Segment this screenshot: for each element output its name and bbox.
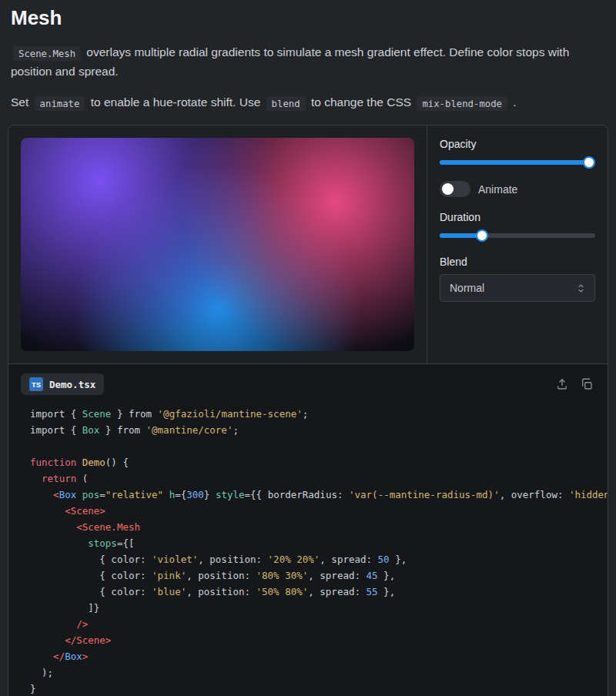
switch-knob <box>442 183 454 195</box>
mesh-preview <box>21 138 414 351</box>
slider-thumb[interactable] <box>583 156 595 169</box>
intro-paragraph-2: Set animate to enable a hue-rotate shift… <box>11 93 605 112</box>
duration-label: Duration <box>440 211 595 223</box>
demo-card: Opacity Animate Duration Blend Normal <box>8 125 608 696</box>
file-tab: TS Demo.tsx <box>21 373 104 395</box>
inline-code: animate <box>35 96 85 111</box>
animate-switch-label: Animate <box>478 183 517 196</box>
animate-switch[interactable] <box>440 181 470 197</box>
inline-code: blend <box>266 96 306 111</box>
copy-code-button[interactable] <box>580 377 594 391</box>
demo-area: Opacity Animate Duration Blend Normal <box>8 125 608 364</box>
opacity-slider[interactable] <box>440 156 595 169</box>
mesh-preview-wrap <box>8 125 427 363</box>
typescript-icon: TS <box>29 377 43 391</box>
page-title: Mesh <box>11 5 605 31</box>
export-code-button[interactable] <box>555 377 569 391</box>
opacity-label: Opacity <box>440 138 595 150</box>
demo-controls-panel: Opacity Animate Duration Blend Normal <box>427 125 608 363</box>
chevron-up-down-icon <box>575 283 587 294</box>
intro-paragraph-1: Scene.Mesh overlays multiple radial grad… <box>11 43 605 81</box>
file-name: Demo.tsx <box>49 379 95 390</box>
slider-fill <box>440 233 479 238</box>
code-lines: import { Scene } from '@gfazioli/mantine… <box>8 400 608 696</box>
inline-code: Scene.Mesh <box>13 46 81 61</box>
blend-label: Blend <box>440 256 595 268</box>
blend-select[interactable]: Normal <box>440 274 595 302</box>
inline-code: mix-blend-mode <box>417 96 507 111</box>
duration-slider[interactable] <box>440 229 595 242</box>
blend-select-value: Normal <box>450 282 484 294</box>
slider-thumb[interactable] <box>476 229 488 242</box>
slider-fill <box>440 160 595 165</box>
code-section: TS Demo.tsx import { Scene } from '@gfaz… <box>8 364 608 696</box>
